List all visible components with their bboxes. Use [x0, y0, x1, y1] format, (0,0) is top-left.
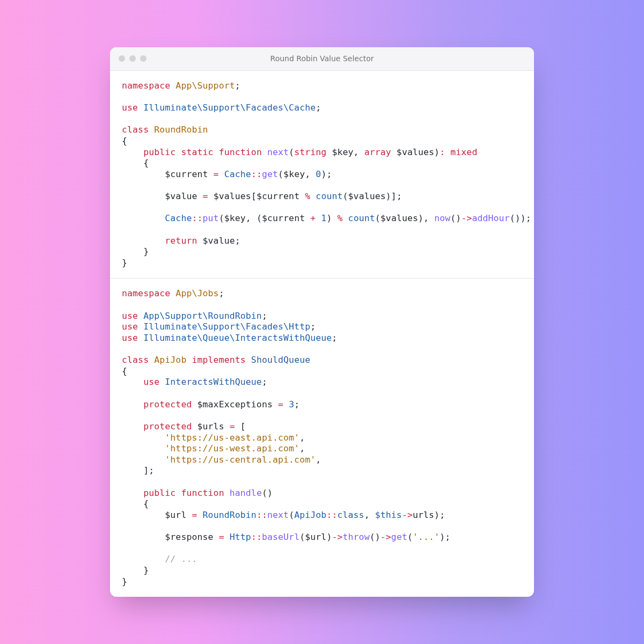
method-throw: throw — [343, 532, 370, 542]
class-name: RoundRobin — [154, 125, 208, 135]
param-values: $values — [397, 147, 434, 157]
method-put: put — [203, 213, 219, 223]
window-title: Round Robin Value Selector — [110, 54, 534, 63]
var-urls: $urls — [197, 421, 224, 431]
var-value: $value — [165, 191, 197, 201]
kw-static: static — [181, 147, 213, 157]
kw-use: use — [122, 103, 138, 113]
class-apijob: ApiJob — [154, 355, 186, 365]
kw-class: class — [122, 125, 149, 135]
var-maxexceptions: $maxExceptions — [197, 399, 273, 409]
interface-shouldqueue: ShouldQueue — [251, 355, 310, 365]
kw-public: public — [143, 147, 175, 157]
literal-three: 3 — [289, 399, 294, 409]
fn-now: now — [434, 213, 450, 223]
cache-class: Cache — [224, 169, 251, 179]
code-block-1: namespace App\Support; use Illuminate\Su… — [110, 71, 534, 279]
kw-namespace: namespace — [122, 80, 170, 91]
window: Round Robin Value Selector namespace App… — [110, 47, 534, 597]
type-string: string — [294, 147, 326, 157]
type-mixed: mixed — [450, 147, 477, 157]
kw-return: return — [165, 236, 197, 246]
type-array: array — [364, 147, 391, 157]
fn-next: next — [267, 147, 289, 157]
literal-zero: 0 — [316, 169, 321, 179]
fn-count: count — [316, 191, 342, 201]
var-current: $current — [165, 169, 208, 179]
fn-handle: handle — [230, 488, 262, 498]
titlebar: Round Robin Value Selector — [110, 47, 534, 71]
comment: // ... — [165, 554, 197, 564]
url-literal: 'https://us-west.api.com' — [165, 443, 299, 453]
method-get: get — [391, 532, 407, 542]
method-get: get — [262, 169, 278, 179]
var-response: $response — [165, 532, 213, 542]
kw-protected: protected — [143, 399, 192, 409]
namespace-name: App\Support — [175, 80, 235, 91]
kw-implements: implements — [192, 355, 245, 365]
use-import: Illuminate\Support\Facades\Cache — [143, 103, 316, 113]
literal-one: 1 — [321, 213, 326, 223]
method-addhour: addHour — [472, 213, 509, 223]
url-literal: 'https://us-east.api.com' — [165, 433, 299, 443]
kw-function: function — [219, 147, 262, 157]
trait-interactswithqueue: InteractsWithQueue — [165, 377, 262, 387]
param-key: $key — [332, 147, 353, 157]
var-url: $url — [165, 510, 186, 520]
code-block-2: namespace App\Jobs; use App\Support\Roun… — [110, 279, 534, 597]
method-baseurl: baseUrl — [262, 532, 299, 542]
url-literal: 'https://us-central.api.com' — [165, 455, 316, 465]
